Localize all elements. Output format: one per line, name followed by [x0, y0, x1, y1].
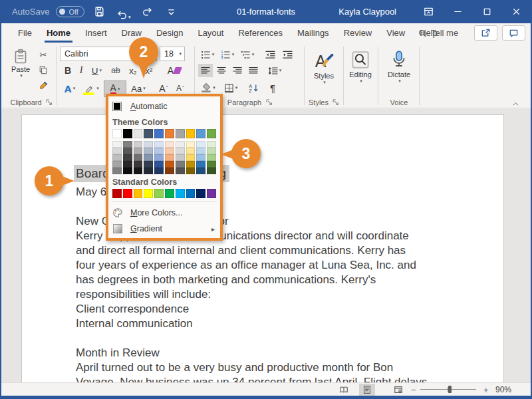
theme-color-swatch[interactable] [176, 129, 185, 138]
align-right-button[interactable] [230, 64, 245, 77]
standard-color-swatch[interactable] [176, 189, 185, 198]
format-painter-button[interactable] [36, 78, 51, 92]
multilevel-list-button[interactable]: ▾ [238, 48, 257, 61]
show-formatting-marks-button[interactable]: ¶ [265, 80, 281, 95]
font-size-combobox[interactable]: 18▾ [160, 47, 185, 61]
theme-shade-swatch[interactable] [186, 154, 196, 161]
theme-shade-swatch[interactable] [144, 161, 153, 168]
theme-shade-swatch[interactable] [134, 141, 143, 148]
theme-shade-swatch[interactable] [134, 154, 143, 161]
standard-color-swatch[interactable] [186, 189, 196, 198]
theme-shade-swatch[interactable] [154, 161, 164, 168]
tab-design[interactable]: Design [149, 23, 190, 43]
zoom-in-button[interactable]: + [483, 383, 489, 396]
theme-shade-swatch[interactable] [112, 148, 122, 154]
strikethrough-button[interactable]: ab [108, 63, 124, 78]
web-layout-button[interactable] [390, 384, 406, 396]
italic-button[interactable]: I [75, 63, 87, 78]
tell-me-box[interactable]: Tell me [418, 23, 458, 43]
decrease-indent-button[interactable] [262, 48, 278, 61]
theme-shade-swatch[interactable] [176, 141, 185, 148]
theme-shade-swatch[interactable] [154, 148, 164, 154]
theme-shade-swatch[interactable] [154, 154, 164, 161]
bullets-button[interactable]: ▾ [198, 48, 217, 61]
theme-color-swatch[interactable] [207, 129, 216, 138]
styles-dialog-launcher-icon[interactable] [332, 98, 339, 106]
read-mode-button[interactable] [336, 384, 352, 396]
theme-shade-swatch[interactable] [154, 168, 164, 174]
clipboard-dialog-launcher-icon[interactable] [45, 98, 53, 106]
minimize-button[interactable] [443, 0, 472, 23]
theme-shade-swatch[interactable] [196, 168, 205, 174]
theme-shade-swatch[interactable] [165, 148, 174, 154]
align-center-button[interactable] [214, 64, 229, 77]
text-effects-button[interactable]: A▾ [60, 80, 80, 96]
theme-shade-swatch[interactable] [207, 161, 216, 168]
theme-shade-swatch[interactable] [186, 168, 196, 174]
theme-shade-swatch[interactable] [165, 141, 174, 148]
theme-shade-swatch[interactable] [134, 168, 143, 174]
styles-button[interactable]: A Styles ▾ [306, 47, 342, 96]
theme-shade-swatch[interactable] [196, 154, 205, 161]
theme-shade-swatch[interactable] [196, 148, 205, 154]
zoom-out-button[interactable]: − [411, 383, 416, 396]
comments-button[interactable] [502, 25, 525, 41]
account-user-name[interactable]: Kayla Claypool [338, 7, 396, 17]
highlight-color-button[interactable]: ▾ [81, 80, 102, 96]
theme-color-swatch[interactable] [186, 129, 196, 138]
theme-color-swatch[interactable] [154, 129, 164, 138]
tab-home[interactable]: Home [39, 23, 78, 43]
theme-color-swatch[interactable] [134, 129, 143, 138]
paste-button[interactable]: Paste ▾ [8, 47, 33, 94]
theme-shade-swatch[interactable] [144, 168, 153, 174]
zoom-slider-thumb[interactable] [448, 386, 452, 393]
standard-color-swatch[interactable] [112, 189, 122, 198]
theme-shade-swatch[interactable] [123, 141, 132, 148]
tab-file[interactable]: File [11, 23, 39, 43]
cut-button[interactable]: ✂ [36, 48, 51, 61]
save-button[interactable] [91, 3, 108, 21]
theme-shade-swatch[interactable] [165, 161, 174, 168]
tab-mailings[interactable]: Mailings [290, 23, 336, 43]
tab-review[interactable]: Review [336, 23, 380, 43]
line-spacing-button[interactable]: ▾ [265, 64, 285, 77]
theme-shade-swatch[interactable] [112, 141, 122, 148]
standard-color-swatch[interactable] [207, 189, 216, 198]
theme-shade-swatch[interactable] [123, 148, 132, 154]
theme-shade-swatch[interactable] [112, 161, 122, 168]
borders-button[interactable]: ▾ [221, 80, 241, 95]
theme-color-swatch[interactable] [196, 129, 205, 138]
sort-button[interactable]: AZ [245, 80, 262, 95]
theme-shade-swatch[interactable] [123, 154, 132, 161]
theme-shade-swatch[interactable] [207, 148, 216, 154]
standard-color-swatch[interactable] [196, 189, 205, 198]
theme-shade-swatch[interactable] [144, 141, 153, 148]
theme-shade-swatch[interactable] [154, 141, 164, 148]
collapse-ribbon-button[interactable] [508, 98, 523, 108]
theme-color-swatch[interactable] [165, 129, 174, 138]
theme-shade-swatch[interactable] [144, 148, 153, 154]
shading-button[interactable]: ▾ [198, 80, 218, 95]
theme-shade-swatch[interactable] [112, 168, 122, 174]
theme-shade-swatch[interactable] [196, 161, 205, 168]
dictate-button[interactable]: Dictate ▾ [382, 47, 416, 96]
theme-color-swatch[interactable] [123, 129, 132, 138]
theme-color-swatch[interactable] [144, 129, 153, 138]
theme-shade-swatch[interactable] [176, 161, 185, 168]
theme-shade-swatch[interactable] [176, 168, 185, 174]
menu-item-more-colors[interactable]: More Colors... [108, 205, 220, 221]
theme-shade-swatch[interactable] [144, 154, 153, 161]
increase-indent-button[interactable] [279, 48, 295, 61]
theme-shade-swatch[interactable] [123, 161, 132, 168]
numbering-button[interactable]: 123▾ [218, 48, 237, 61]
bold-button[interactable]: B [61, 63, 74, 78]
customize-qat-button[interactable] [163, 3, 180, 21]
theme-shade-swatch[interactable] [207, 154, 216, 161]
theme-shade-swatch[interactable] [112, 154, 122, 161]
maximize-button[interactable] [472, 0, 501, 23]
print-layout-button[interactable] [359, 384, 375, 396]
theme-shade-swatch[interactable] [165, 168, 174, 174]
close-button[interactable] [501, 0, 531, 23]
theme-shade-swatch[interactable] [165, 154, 174, 161]
theme-shade-swatch[interactable] [134, 148, 143, 154]
